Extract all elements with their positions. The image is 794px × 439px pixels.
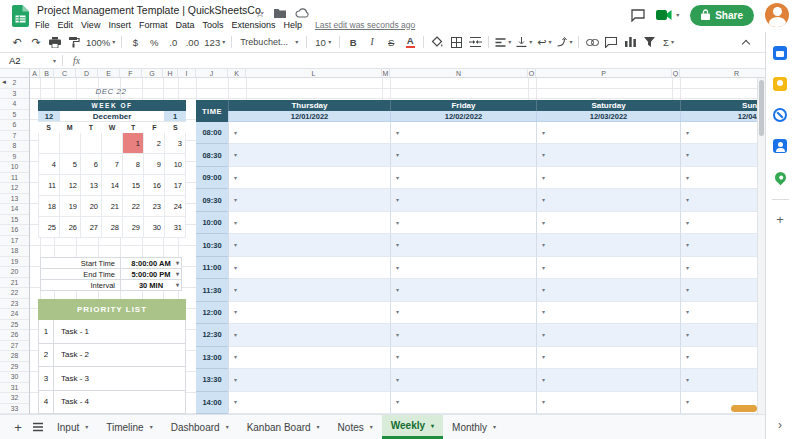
tab-notes[interactable]: Notes▾ <box>329 415 382 439</box>
dropdown-arrow-icon[interactable]: ▾ <box>396 377 399 383</box>
dropdown-arrow-icon[interactable]: ▾ <box>396 175 399 181</box>
last-edit-link[interactable]: Last edit was seconds ago <box>315 20 415 30</box>
row-header-3[interactable]: 3 <box>0 89 29 100</box>
row-header-10[interactable]: 10 <box>0 162 29 173</box>
month-name-cell[interactable]: December <box>60 111 164 121</box>
account-avatar[interactable] <box>765 3 789 27</box>
vertical-align-button[interactable]: ▾ <box>514 34 534 51</box>
dropdown-arrow-icon[interactable]: ▾ <box>542 399 545 405</box>
calendar-date-cell[interactable] <box>102 133 123 154</box>
dropdown-arrow-icon[interactable]: ▾ <box>234 265 237 271</box>
schedule-cell[interactable]: ▾ <box>536 167 680 189</box>
row-header-5[interactable]: 5 <box>0 110 29 121</box>
dropdown-arrow-icon[interactable]: ▾ <box>234 377 237 383</box>
dropdown-arrow-icon[interactable]: ▾ <box>396 332 399 338</box>
schedule-cell[interactable]: ▾ <box>228 167 390 189</box>
dropdown-arrow-icon[interactable]: ▾ <box>493 424 496 430</box>
insert-chart-button[interactable] <box>621 34 639 51</box>
comment-history-icon[interactable] <box>631 9 645 22</box>
row-header-28[interactable]: 28 <box>0 351 29 362</box>
sheets-logo-icon[interactable] <box>12 5 29 31</box>
dropdown-arrow-icon[interactable]: ▾ <box>234 354 237 360</box>
dropdown-arrow-icon[interactable]: ▾ <box>542 354 545 360</box>
schedule-cell[interactable]: ▾ <box>680 122 757 144</box>
menu-data[interactable]: Data <box>171 20 198 30</box>
dropdown-arrow-icon[interactable]: ▾ <box>686 130 689 136</box>
row-header-29[interactable]: 29 <box>0 362 29 373</box>
week-start-cell[interactable]: 12 <box>38 111 60 121</box>
time-setting-value[interactable]: 8:00:00 AM▾ <box>121 258 182 269</box>
row-header-22[interactable]: 22 <box>0 288 29 299</box>
calendar-date-cell[interactable]: 17 <box>165 175 186 196</box>
calendar-date-cell[interactable]: 2 <box>144 133 165 154</box>
schedule-cell[interactable]: ▾ <box>228 392 390 414</box>
dropdown-arrow-icon[interactable]: ▾ <box>85 424 88 430</box>
merge-cells-button[interactable] <box>466 34 484 51</box>
menu-view[interactable]: View <box>77 20 104 30</box>
dropdown-arrow-icon[interactable]: ▾ <box>234 152 237 158</box>
calendar-date-cell[interactable]: 8 <box>123 154 144 175</box>
schedule-cell[interactable]: ▾ <box>536 234 680 256</box>
increase-decimal-button[interactable]: .00 <box>183 34 201 51</box>
dropdown-arrow-icon[interactable]: ▾ <box>396 265 399 271</box>
calendar-date-cell[interactable]: 3 <box>165 133 186 154</box>
spreadsheet-grid[interactable]: 2345678910111213141516171819202122232425… <box>0 78 757 414</box>
calendar-date-cell[interactable]: 31 <box>165 217 186 238</box>
column-header-r[interactable]: R <box>680 69 765 77</box>
add-sheet-button[interactable]: + <box>8 420 28 435</box>
dropdown-arrow-icon[interactable]: ▾ <box>686 354 689 360</box>
dropdown-arrow-icon[interactable]: ▾ <box>686 242 689 248</box>
row-header-21[interactable]: 21 <box>0 278 29 289</box>
column-header-f[interactable]: F <box>120 69 142 77</box>
row-header-27[interactable]: 27 <box>0 341 29 352</box>
calendar-date-cell[interactable]: 24 <box>165 196 186 217</box>
calendar-date-cell[interactable] <box>39 133 60 154</box>
row-header-26[interactable]: 26 <box>0 330 29 341</box>
schedule-cell[interactable]: ▾ <box>536 212 680 234</box>
dropdown-arrow-icon[interactable]: ▾ <box>234 175 237 181</box>
font-size-select[interactable]: 10 ▾ <box>311 34 335 51</box>
meet-icon[interactable]: ▾ <box>656 9 679 21</box>
text-rotation-button[interactable]: ▾ <box>554 34 574 51</box>
functions-button[interactable]: Σ ▾ <box>659 34 677 51</box>
calendar-date-cell[interactable]: 22 <box>123 196 144 217</box>
menu-file[interactable]: File <box>31 20 54 30</box>
format-percent-button[interactable]: % <box>145 34 163 51</box>
schedule-cell[interactable]: ▾ <box>390 302 536 324</box>
calendar-date-cell[interactable]: 5 <box>60 154 81 175</box>
borders-button[interactable] <box>447 34 465 51</box>
schedule-cell[interactable]: ▾ <box>390 189 536 211</box>
dropdown-arrow-icon[interactable]: ▾ <box>686 287 689 293</box>
schedule-cell[interactable]: ▾ <box>680 347 757 369</box>
column-header-n[interactable]: N <box>390 69 528 77</box>
name-box[interactable]: A2 ▾ <box>0 53 62 68</box>
week-end-cell[interactable]: 1 <box>164 111 186 121</box>
dropdown-arrow-icon[interactable]: ▾ <box>234 399 237 405</box>
schedule-cell[interactable]: ▾ <box>390 234 536 256</box>
row-header-30[interactable]: 30 <box>0 372 29 383</box>
contacts-icon[interactable] <box>771 137 789 155</box>
row-header-20[interactable]: 20 <box>0 267 29 278</box>
row-header-32[interactable]: 32 <box>0 393 29 404</box>
column-header-i[interactable]: I <box>178 69 196 77</box>
calendar-date-cell[interactable]: 10 <box>165 154 186 175</box>
tab-kanban-board[interactable]: Kanban Board▾ <box>238 415 329 439</box>
strikethrough-button[interactable]: S <box>382 34 400 51</box>
calendar-date-cell[interactable]: 15 <box>123 175 144 196</box>
hide-side-panel-button[interactable]: › <box>778 418 782 432</box>
schedule-cell[interactable]: ▾ <box>228 189 390 211</box>
calendar-date-cell[interactable]: 20 <box>81 196 102 217</box>
schedule-cell[interactable]: ▾ <box>680 234 757 256</box>
calendar-date-cell[interactable]: 1 <box>123 133 144 154</box>
dropdown-arrow-icon[interactable]: ▾ <box>370 424 373 430</box>
row-header-17[interactable]: 17 <box>0 236 29 247</box>
calendar-date-cell[interactable]: 19 <box>60 196 81 217</box>
schedule-cell[interactable]: ▾ <box>228 144 390 166</box>
row-header-6[interactable]: 6 <box>0 120 29 131</box>
schedule-cell[interactable]: ▾ <box>536 369 680 391</box>
calendar-date-cell[interactable]: 25 <box>39 217 60 238</box>
schedule-cell[interactable]: ▾ <box>390 279 536 301</box>
dropdown-arrow-icon[interactable]: ▾ <box>686 332 689 338</box>
row-header-12[interactable]: 12 <box>0 183 29 194</box>
schedule-cell[interactable]: ▾ <box>536 144 680 166</box>
